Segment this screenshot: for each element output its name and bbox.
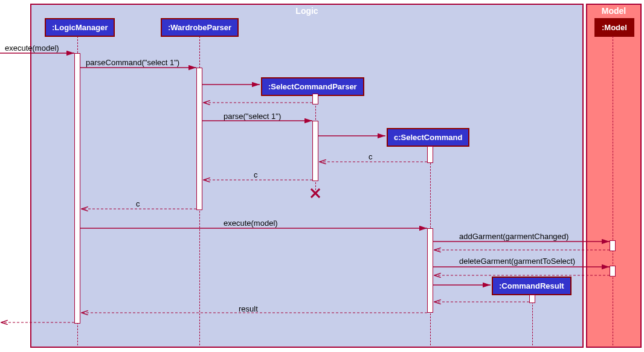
destroy-icon	[309, 187, 321, 199]
participant-wardrobe-parser: :WardrobeParser	[161, 18, 239, 37]
msg-execute-model-2: execute(model)	[224, 219, 278, 228]
msg-parse: parse("select 1")	[224, 112, 281, 121]
msg-parse-command: parseCommand("select 1")	[86, 58, 179, 67]
participant-logic-manager: :LogicManager	[45, 18, 115, 37]
participant-select-command: c:SelectCommand	[387, 128, 469, 147]
activation-wardrobe-parser	[196, 68, 202, 210]
frame-logic-title: Logic	[295, 6, 318, 16]
msg-return-c-2: c	[254, 170, 258, 179]
activation-logic-manager	[74, 53, 80, 324]
activation-sc-1	[427, 146, 433, 163]
participant-model: :Model	[594, 18, 634, 37]
participant-command-result: :CommandResult	[492, 277, 572, 295]
frame-model-title: Model	[602, 6, 626, 16]
frame-logic: Logic	[30, 4, 584, 348]
activation-sc-2	[427, 228, 433, 313]
msg-execute-model-1: execute(model)	[5, 43, 59, 53]
msg-return-c-1: c	[369, 152, 373, 161]
activation-scp-2	[312, 121, 318, 181]
activation-command-result	[529, 295, 535, 303]
lifeline-model	[613, 36, 613, 345]
msg-return-c-3: c	[136, 199, 140, 208]
activation-scp-1	[312, 94, 318, 104]
activation-model-1	[610, 240, 616, 251]
activation-model-2	[610, 266, 616, 277]
msg-delete-garment: deleteGarment(garmentToSelect)	[459, 257, 575, 266]
msg-result: result	[239, 304, 258, 313]
msg-add-garment: addGarment(garmentChanged)	[459, 232, 568, 241]
frame-model: Model	[586, 4, 642, 348]
